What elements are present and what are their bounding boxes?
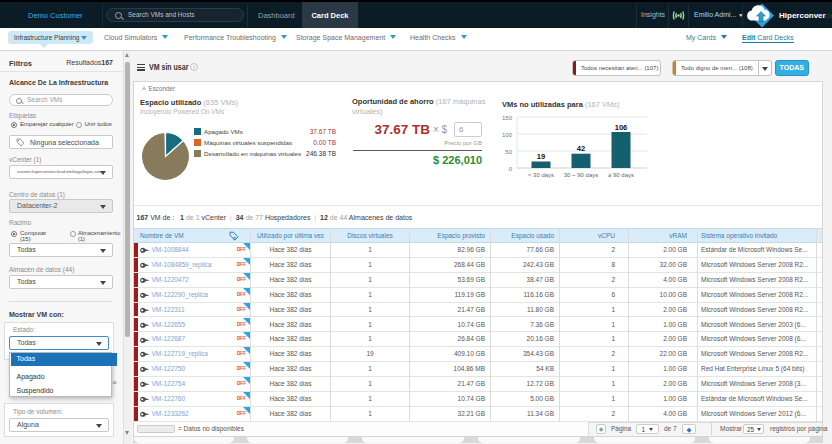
svg-text:0: 0 — [509, 166, 513, 172]
svg-text:19: 19 — [537, 152, 545, 161]
svg-text:30 ~ 90 days: 30 ~ 90 days — [564, 172, 599, 178]
svg-text:< 30 days: < 30 days — [528, 172, 554, 178]
svg-text:106: 106 — [615, 123, 628, 132]
svg-text:50: 50 — [505, 149, 512, 155]
svg-text:Hiperconver: Hiperconver — [779, 11, 826, 20]
svg-text:42: 42 — [577, 144, 585, 153]
svg-text:150: 150 — [502, 115, 513, 121]
svg-text:≥ 90 days: ≥ 90 days — [608, 172, 634, 178]
svg-text:100: 100 — [502, 132, 513, 138]
svg-text:clo: clo — [825, 11, 832, 20]
